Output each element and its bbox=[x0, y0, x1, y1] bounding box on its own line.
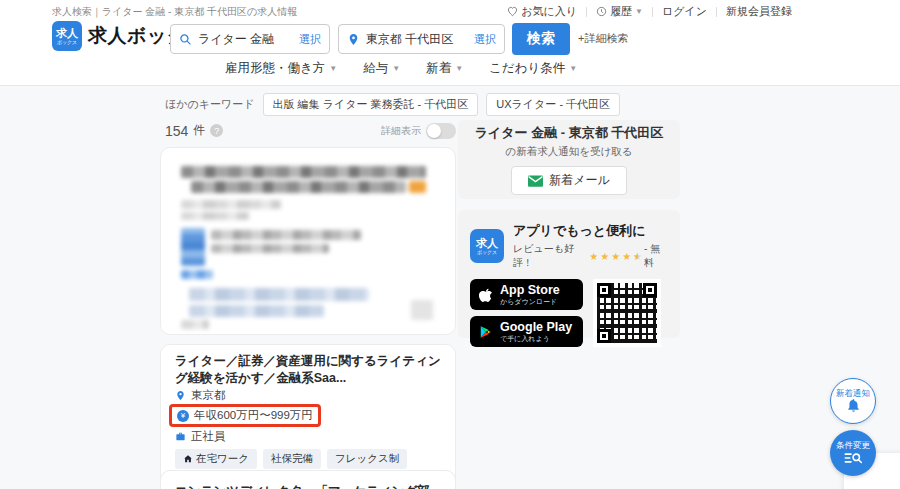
history-label: 履歴 bbox=[610, 4, 632, 19]
header: 求人検索｜ライター 金融 - 東京都 千代田区の求人情報 お気に入り 履歴 ▼ … bbox=[0, 0, 900, 86]
job-card[interactable]: ライター／証券／資産運用に関するライティング経験を活かす／金融系Saa... 東… bbox=[160, 344, 456, 489]
divider bbox=[716, 7, 717, 17]
location-pin-icon bbox=[347, 33, 360, 46]
location-pin-icon bbox=[175, 390, 186, 401]
star-icon: ★ bbox=[622, 251, 631, 262]
nav-label: 給与 bbox=[363, 60, 388, 77]
app-promo-header: 求人 ボックス アプリでもっと便利に レビューも好評！ ★★★★★★ - 無料 bbox=[470, 222, 668, 270]
app-promo-title: アプリでもっと便利に bbox=[513, 222, 668, 240]
chevron-down-icon: ▼ bbox=[635, 7, 643, 16]
divider bbox=[586, 7, 587, 17]
job-tag-label: 在宅ワーク bbox=[196, 452, 249, 466]
job-tag[interactable]: フレックス制 bbox=[327, 449, 407, 469]
home-icon bbox=[183, 454, 193, 464]
advanced-search-link[interactable]: +詳細検索 bbox=[578, 31, 628, 46]
nav-new[interactable]: 新着▼ bbox=[426, 60, 463, 77]
logo-mark-icon: 求人 ボックス bbox=[52, 21, 82, 51]
app-free-text: - 無料 bbox=[644, 242, 668, 270]
job-employment: 正社員 bbox=[191, 429, 226, 444]
login-link[interactable]: ログイン bbox=[662, 4, 707, 19]
google-play-icon bbox=[479, 324, 493, 340]
app-promo-body: App Store からダウンロード Google Play で手に入れよう bbox=[470, 279, 668, 347]
app-review-text: レビューも好評！ bbox=[513, 242, 587, 270]
location-input[interactable] bbox=[366, 32, 468, 46]
keyword-chip[interactable]: 出版 編集 ライター 業務委託 - 千代田区 bbox=[263, 93, 479, 116]
yen-icon: ¥ bbox=[177, 410, 189, 422]
keyword-chip[interactable]: UXライター - 千代田区 bbox=[486, 93, 620, 116]
star-icon: ★ bbox=[611, 251, 620, 262]
qr-code bbox=[593, 279, 661, 347]
google-play-name: Google Play bbox=[500, 321, 572, 335]
job-tag[interactable]: 在宅ワーク bbox=[175, 449, 257, 469]
chevron-down-icon: ▼ bbox=[329, 64, 337, 73]
job-tags: 在宅ワーク 社保完備 フレックス制 bbox=[175, 449, 441, 469]
star-icon: ★ bbox=[600, 251, 609, 262]
job-title[interactable]: コンテンツディレクター「マーケティング部のWeb... bbox=[161, 471, 455, 489]
star-icon: ★ bbox=[589, 251, 598, 262]
qr-finder bbox=[597, 283, 611, 297]
toggle-knob bbox=[427, 124, 441, 138]
new-notification-label: 新着通知 bbox=[836, 389, 870, 398]
apple-icon bbox=[479, 287, 493, 303]
app-store-badge[interactable]: App Store からダウンロード bbox=[470, 279, 583, 310]
results-count: 154 bbox=[165, 123, 188, 139]
job-salary: 年収600万円〜999万円 bbox=[194, 408, 313, 423]
next-job-card-partial[interactable]: コンテンツディレクター「マーケティング部のWeb... bbox=[160, 470, 456, 489]
location-field[interactable]: 選択 bbox=[338, 24, 505, 54]
nav-salary[interactable]: 給与▼ bbox=[363, 60, 400, 77]
blurred-job-card[interactable] bbox=[160, 147, 456, 335]
top-links: お気に入り 履歴 ▼ ログイン 新規会員登録 bbox=[507, 4, 792, 19]
change-conditions-fab[interactable]: 条件変更 bbox=[830, 430, 876, 476]
keyword-select-link[interactable]: 選択 bbox=[299, 32, 321, 47]
clock-icon bbox=[596, 6, 607, 17]
breadcrumb: 求人検索｜ライター 金融 - 東京都 千代田区の求人情報 bbox=[52, 5, 297, 19]
history-link[interactable]: 履歴 ▼ bbox=[596, 4, 643, 19]
chevron-down-icon: ▼ bbox=[392, 64, 400, 73]
new-mail-button[interactable]: 新着メール bbox=[511, 166, 627, 195]
job-location: 東京都 bbox=[191, 388, 226, 403]
job-tag[interactable]: 社保完備 bbox=[263, 449, 321, 469]
detail-toggle-wrap: 詳細表示 bbox=[381, 123, 456, 139]
app-icon: 求人 ボックス bbox=[470, 229, 504, 263]
job-location-row: 東京都 bbox=[175, 389, 441, 402]
heart-icon bbox=[507, 6, 518, 17]
detail-toggle-label: 詳細表示 bbox=[381, 124, 421, 138]
job-employment-row: 正社員 bbox=[175, 430, 441, 443]
nav-conditions[interactable]: こだわり条件▼ bbox=[489, 60, 577, 77]
favorites-link[interactable]: お気に入り bbox=[507, 4, 577, 19]
help-icon[interactable]: ? bbox=[210, 124, 223, 137]
blurred-content bbox=[161, 148, 455, 334]
favorites-label: お気に入り bbox=[521, 4, 577, 19]
salary-highlight-box: ¥ 年収600万円〜999万円 bbox=[169, 404, 321, 427]
app-store-sub: からダウンロード bbox=[500, 298, 560, 306]
change-conditions-label: 条件変更 bbox=[836, 441, 870, 450]
store-badges: App Store からダウンロード Google Play で手に入れよう bbox=[470, 279, 583, 347]
nav-label: 新着 bbox=[426, 60, 451, 77]
register-link[interactable]: 新規会員登録 bbox=[726, 4, 792, 19]
job-alert-box: ライター 金融 - 東京都 千代田区 の新着求人通知を受け取る 新着メール bbox=[458, 120, 680, 199]
briefcase-icon bbox=[175, 431, 186, 442]
app-promo-text: アプリでもっと便利に レビューも好評！ ★★★★★★ - 無料 bbox=[513, 222, 668, 270]
half-star-icon: ★★ bbox=[633, 251, 642, 262]
location-select-link[interactable]: 選択 bbox=[474, 32, 496, 47]
google-play-sub: で手に入れよう bbox=[500, 335, 572, 343]
logo-mark-bottom: ボックス bbox=[57, 40, 77, 45]
logo-mark-top: 求人 bbox=[56, 28, 78, 39]
alert-title: ライター 金融 - 東京都 千代田区 bbox=[475, 124, 664, 142]
filter-nav: 雇用形態・働き方▼ 給与▼ 新着▼ こだわり条件▼ bbox=[225, 60, 577, 77]
search-button[interactable]: 検索 bbox=[512, 23, 570, 55]
google-play-badge[interactable]: Google Play で手に入れよう bbox=[470, 316, 583, 347]
new-mail-label: 新着メール bbox=[549, 172, 610, 189]
job-tag-label: 社保完備 bbox=[271, 452, 313, 466]
qr-finder bbox=[643, 283, 657, 297]
results-count-wrap: 154 件 ? bbox=[165, 122, 223, 139]
keyword-input[interactable] bbox=[198, 32, 293, 46]
detail-toggle[interactable] bbox=[426, 123, 456, 139]
chevron-down-icon: ▼ bbox=[569, 64, 577, 73]
new-notification-fab[interactable]: 新着通知 bbox=[830, 378, 876, 424]
nav-employment-type[interactable]: 雇用形態・働き方▼ bbox=[225, 60, 337, 77]
keyword-field[interactable]: 選択 bbox=[170, 24, 330, 54]
job-title[interactable]: ライター／証券／資産運用に関するライティング経験を活かす／金融系Saa... bbox=[175, 353, 441, 386]
chevron-down-icon: ▼ bbox=[455, 64, 463, 73]
alert-subtitle: の新着求人通知を受け取る bbox=[506, 145, 633, 159]
